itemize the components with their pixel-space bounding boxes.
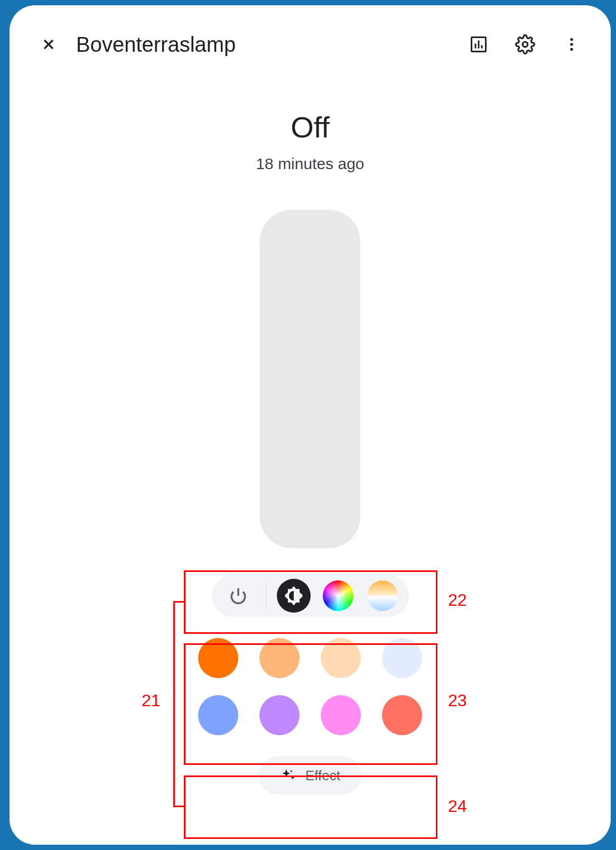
- status-time: 18 minutes ago: [31, 155, 590, 173]
- more-button[interactable]: [559, 32, 584, 57]
- status-section: Off 18 minutes ago: [31, 110, 590, 173]
- power-button[interactable]: [221, 579, 255, 613]
- controls-wrapper: 22 23 24 21: [31, 575, 590, 794]
- brightness-icon: [282, 584, 305, 607]
- svg-point-7: [570, 38, 573, 41]
- bar-chart-icon: [469, 35, 488, 54]
- svg-point-9: [570, 48, 573, 51]
- dots-vertical-icon: [563, 36, 580, 53]
- color-preset-5[interactable]: [198, 695, 238, 735]
- svg-point-8: [570, 43, 573, 45]
- annotation-label-24: 24: [448, 797, 467, 816]
- device-title: Boventerraslamp: [76, 33, 451, 57]
- header-actions: [466, 32, 584, 57]
- annotation-label-21: 21: [142, 691, 161, 710]
- effect-button[interactable]: Effect: [259, 756, 361, 794]
- power-icon: [229, 587, 247, 605]
- mode-toolbar: [212, 575, 409, 617]
- temperature-mode-button[interactable]: [366, 579, 399, 613]
- color-preset-2[interactable]: [259, 638, 300, 678]
- color-wheel-icon: [323, 580, 353, 611]
- close-icon: [40, 36, 57, 53]
- color-preset-3[interactable]: [321, 638, 361, 678]
- annotation-label-23: 23: [448, 691, 467, 710]
- color-preset-8[interactable]: [382, 695, 422, 735]
- sparkle-icon: [280, 767, 297, 784]
- close-button[interactable]: [36, 32, 61, 57]
- color-preset-6[interactable]: [259, 695, 300, 735]
- annotation-bracket-21: [173, 601, 175, 807]
- effect-label: Effect: [305, 768, 340, 784]
- light-control-modal: Boventerraslamp: [10, 5, 611, 845]
- color-preset-7[interactable]: [321, 695, 361, 735]
- stats-button[interactable]: [466, 32, 491, 57]
- color-presets-grid: [193, 633, 427, 741]
- color-preset-1[interactable]: [198, 638, 238, 678]
- brightness-slider[interactable]: [260, 210, 360, 548]
- settings-button[interactable]: [512, 32, 538, 57]
- svg-point-6: [522, 42, 528, 47]
- brightness-mode-button[interactable]: [277, 579, 311, 613]
- temperature-gradient-icon: [367, 580, 398, 611]
- mode-divider: [266, 583, 266, 608]
- color-preset-4[interactable]: [382, 638, 422, 678]
- annotation-label-22: 22: [448, 590, 467, 610]
- status-state: Off: [31, 110, 590, 144]
- modal-header: Boventerraslamp: [31, 21, 590, 68]
- gear-icon: [515, 34, 535, 54]
- color-mode-button[interactable]: [321, 579, 355, 613]
